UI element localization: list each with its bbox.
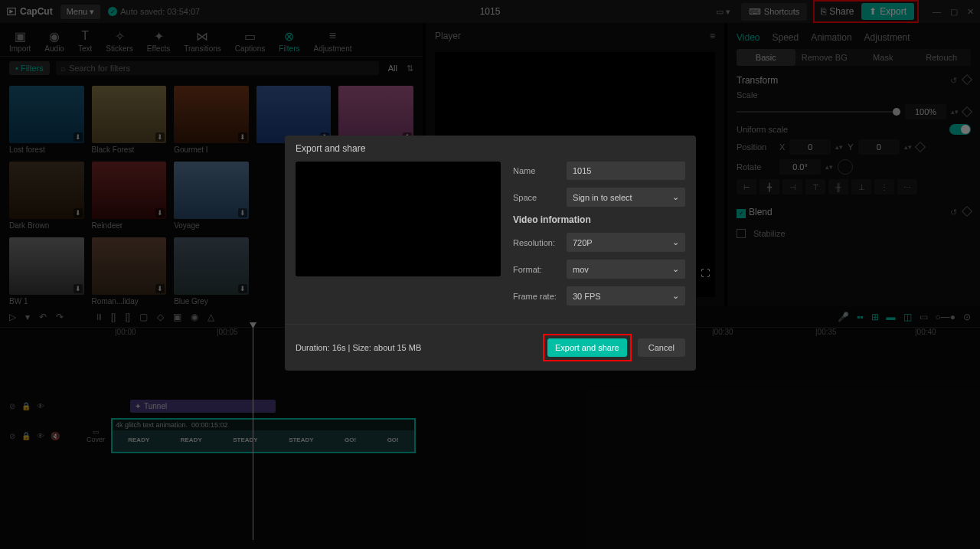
video-info-heading: Video information [513,214,685,225]
export-and-share-button[interactable]: Export and share [547,338,627,357]
export-modal: Export and share Name SpaceSign in to se… [285,136,696,371]
format-label: Format: [513,265,567,274]
space-label: Space [513,193,567,202]
resolution-label: Resolution: [513,238,567,247]
framerate-label: Frame rate: [513,292,567,301]
fullscreen-icon[interactable]: ⛶ [701,268,710,279]
modal-title: Export and share [285,136,696,162]
export-preview [296,162,501,276]
cancel-button[interactable]: Cancel [638,338,685,357]
chevron-down-icon: ⌄ [672,192,679,202]
export-name-input[interactable] [567,162,685,180]
resolution-select[interactable]: 720P⌄ [567,233,685,252]
export-share-highlight: Export and share [543,334,632,361]
name-label: Name [513,166,567,175]
chevron-down-icon: ⌄ [672,291,679,301]
framerate-select[interactable]: 30 FPS⌄ [567,286,685,306]
export-duration-info: Duration: 16s | Size: about 15 MB [296,343,421,352]
chevron-down-icon: ⌄ [672,237,679,247]
chevron-down-icon: ⌄ [672,264,679,274]
format-select[interactable]: mov⌄ [567,260,685,279]
space-select[interactable]: Sign in to select⌄ [567,188,685,207]
